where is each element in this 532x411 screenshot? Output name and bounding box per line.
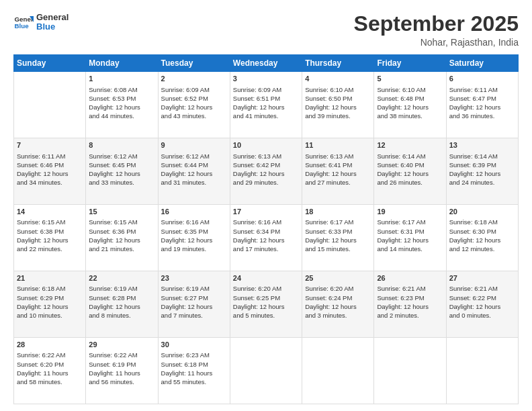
day-info-line: and 19 minutes. — [161, 244, 227, 253]
day-info-line: Sunset: 6:52 PM — [161, 94, 227, 103]
col-friday: Friday — [374, 55, 446, 72]
day-number: 9 — [161, 140, 227, 150]
calendar-cell — [446, 338, 518, 404]
day-info-line: Daylight: 12 hours — [305, 236, 371, 244]
day-info-line: and 5 minutes. — [233, 311, 299, 320]
day-number: 2 — [161, 74, 227, 84]
day-number: 26 — [377, 273, 443, 283]
day-info-line: Sunrise: 6:11 AM — [449, 85, 515, 94]
day-info-line: Sunrise: 6:17 AM — [377, 218, 443, 226]
calendar-cell: 20Sunrise: 6:18 AMSunset: 6:30 PMDayligh… — [446, 205, 518, 271]
day-info-line: and 34 minutes. — [17, 178, 83, 187]
calendar-cell: 9Sunrise: 6:12 AMSunset: 6:44 PMDaylight… — [158, 138, 230, 205]
calendar-week-row: 7Sunrise: 6:11 AMSunset: 6:46 PMDaylight… — [14, 138, 519, 205]
day-info-line: and 36 minutes. — [449, 111, 515, 120]
logo-blue: Blue — [36, 22, 69, 32]
day-info-line: Sunset: 6:19 PM — [89, 360, 154, 369]
title-block: September 2025 Nohar, Rajasthan, India — [354, 12, 519, 48]
day-info-line: Daylight: 12 hours — [305, 103, 371, 111]
day-info-line: Sunset: 6:48 PM — [377, 94, 443, 103]
day-info-line: Sunrise: 6:13 AM — [305, 152, 371, 161]
day-number: 14 — [17, 207, 83, 217]
day-info-line: and 58 minutes. — [17, 377, 83, 386]
day-info-line: Sunset: 6:42 PM — [233, 161, 299, 169]
logo: General Blue General Blue — [13, 12, 69, 32]
day-info-line: Sunrise: 6:21 AM — [377, 284, 443, 293]
day-info-line: Sunset: 6:29 PM — [17, 293, 83, 302]
col-monday: Monday — [86, 55, 158, 72]
day-info-line: and 14 minutes. — [377, 244, 443, 253]
calendar-cell: 4Sunrise: 6:10 AMSunset: 6:50 PMDaylight… — [302, 72, 374, 138]
logo-general: General — [36, 13, 69, 22]
day-number: 29 — [89, 340, 154, 350]
calendar-cell — [302, 338, 374, 404]
calendar-cell: 14Sunrise: 6:15 AMSunset: 6:38 PMDayligh… — [14, 205, 86, 271]
day-info-line: Sunset: 6:47 PM — [449, 94, 515, 103]
day-number: 20 — [449, 207, 515, 217]
calendar-cell: 11Sunrise: 6:13 AMSunset: 6:41 PMDayligh… — [302, 138, 374, 205]
day-info-line: Daylight: 12 hours — [89, 236, 154, 244]
day-info-line: Daylight: 11 hours — [89, 369, 154, 377]
calendar-week-row: 21Sunrise: 6:18 AMSunset: 6:29 PMDayligh… — [14, 271, 519, 338]
day-info-line: Sunrise: 6:21 AM — [449, 284, 515, 293]
day-info-line: Sunset: 6:44 PM — [161, 161, 227, 169]
day-info-line: Sunrise: 6:20 AM — [233, 284, 299, 293]
day-number: 21 — [17, 273, 83, 283]
day-number: 8 — [89, 140, 154, 150]
calendar-cell: 2Sunrise: 6:09 AMSunset: 6:52 PMDaylight… — [158, 72, 230, 138]
day-info-line: Sunrise: 6:18 AM — [449, 218, 515, 226]
day-info-line: Daylight: 12 hours — [89, 169, 154, 178]
day-info-line: and 0 minutes. — [449, 311, 515, 320]
day-info-line: and 12 minutes. — [449, 244, 515, 253]
calendar-cell: 22Sunrise: 6:19 AMSunset: 6:28 PMDayligh… — [86, 271, 158, 338]
day-number: 7 — [17, 140, 83, 150]
day-info-line: and 15 minutes. — [305, 244, 371, 253]
day-number: 4 — [305, 74, 371, 84]
day-info-line: Daylight: 12 hours — [17, 169, 83, 178]
calendar-header-row: Sunday Monday Tuesday Wednesday Thursday… — [14, 55, 519, 72]
day-info-line: and 7 minutes. — [161, 311, 227, 320]
day-info-line: Daylight: 12 hours — [449, 169, 515, 178]
header: General Blue General Blue September 2025… — [13, 12, 519, 48]
day-info-line: Daylight: 12 hours — [233, 103, 299, 111]
day-info-line: Daylight: 12 hours — [17, 302, 83, 311]
calendar-cell: 7Sunrise: 6:11 AMSunset: 6:46 PMDaylight… — [14, 138, 86, 205]
day-info-line: Sunset: 6:38 PM — [17, 227, 83, 236]
day-info-line: and 56 minutes. — [89, 377, 154, 386]
day-info-line: Sunrise: 6:12 AM — [161, 152, 227, 161]
calendar-cell: 18Sunrise: 6:17 AMSunset: 6:33 PMDayligh… — [302, 205, 374, 271]
day-info-line: Sunrise: 6:16 AM — [161, 218, 227, 226]
page: General Blue General Blue September 2025… — [0, 0, 532, 411]
day-info-line: Sunset: 6:22 PM — [449, 293, 515, 302]
day-info-line: and 39 minutes. — [305, 111, 371, 120]
day-info-line: Daylight: 12 hours — [305, 169, 371, 178]
day-number: 12 — [377, 140, 443, 150]
col-saturday: Saturday — [446, 55, 518, 72]
day-info-line: Sunset: 6:41 PM — [305, 161, 371, 169]
day-info-line: and 24 minutes. — [449, 178, 515, 187]
day-info-line: Daylight: 12 hours — [161, 169, 227, 178]
calendar-week-row: 1Sunrise: 6:08 AMSunset: 6:53 PMDaylight… — [14, 72, 519, 138]
day-info-line: Daylight: 12 hours — [233, 169, 299, 178]
day-number: 25 — [305, 273, 371, 283]
day-number: 15 — [89, 207, 154, 217]
day-number: 19 — [377, 207, 443, 217]
day-info-line: and 41 minutes. — [233, 111, 299, 120]
day-info-line: Sunset: 6:20 PM — [17, 360, 83, 369]
day-info-line: Sunset: 6:46 PM — [17, 161, 83, 169]
day-info-line: and 22 minutes. — [17, 244, 83, 253]
day-info-line: Daylight: 12 hours — [233, 302, 299, 311]
day-info-line: Sunrise: 6:22 AM — [89, 351, 154, 359]
day-info-line: and 2 minutes. — [377, 311, 443, 320]
day-info-line: Sunrise: 6:18 AM — [17, 284, 83, 293]
day-info-line: Sunset: 6:30 PM — [449, 227, 515, 236]
day-number: 11 — [305, 140, 371, 150]
day-info-line: and 17 minutes. — [233, 244, 299, 253]
location-subtitle: Nohar, Rajasthan, India — [354, 37, 519, 48]
day-info-line: Daylight: 12 hours — [377, 103, 443, 111]
calendar-cell — [230, 338, 302, 404]
day-number: 13 — [449, 140, 515, 150]
calendar-cell: 19Sunrise: 6:17 AMSunset: 6:31 PMDayligh… — [374, 205, 446, 271]
day-info-line: Sunset: 6:33 PM — [305, 227, 371, 236]
day-info-line: Sunset: 6:45 PM — [89, 161, 154, 169]
